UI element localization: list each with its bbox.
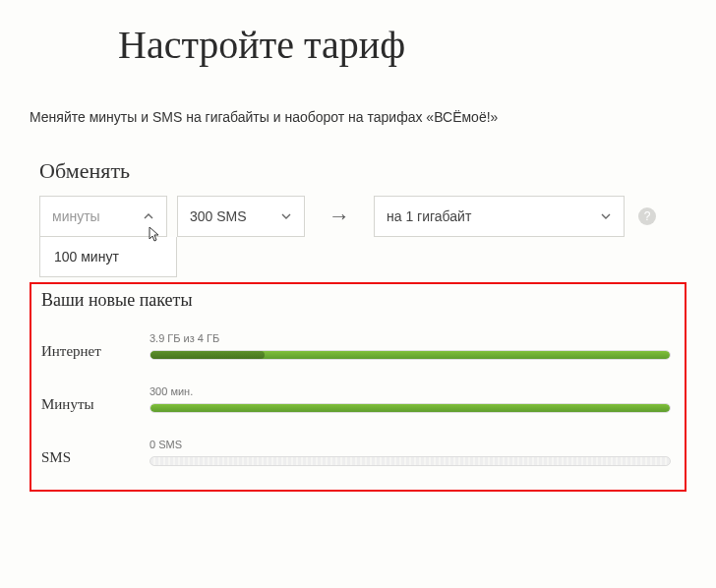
chevron-down-icon	[280, 210, 292, 222]
packages-panel: Ваши новые пакеты Интернет 3.9 ГБ из 4 Г…	[30, 282, 686, 492]
package-label: SMS	[41, 449, 149, 466]
package-caption: 300 мин.	[149, 385, 671, 397]
page-description: Меняйте минуты и SMS на гигабайты и наоб…	[30, 109, 686, 125]
package-caption: 0 SMS	[149, 439, 671, 450]
progress-bar-internet	[149, 350, 671, 360]
from-select-placeholder: минуты	[52, 208, 100, 224]
package-row-sms: SMS 0 SMS	[41, 439, 671, 466]
packages-title: Ваши новые пакеты	[41, 290, 671, 311]
exchange-section-title: Обменять	[39, 158, 686, 184]
chevron-up-icon	[143, 210, 154, 222]
sms-select-value: 300 SMS	[190, 208, 247, 224]
help-icon[interactable]: ?	[638, 207, 656, 225]
progress-fill-used	[150, 351, 265, 359]
package-row-internet: Интернет 3.9 ГБ из 4 ГБ	[41, 332, 671, 360]
sms-select[interactable]: 300 SMS	[177, 196, 305, 237]
from-select-dropdown: 100 минут	[39, 237, 177, 277]
package-caption: 3.9 ГБ из 4 ГБ	[149, 332, 671, 344]
from-select-option[interactable]: 100 минут	[54, 249, 162, 265]
progress-bar-sms	[149, 456, 671, 466]
arrow-right-icon: →	[315, 204, 364, 229]
page-title: Настройте тариф	[118, 22, 686, 68]
to-select[interactable]: на 1 гигабайт	[374, 196, 625, 237]
from-select[interactable]: минуты	[39, 196, 167, 237]
progress-fill	[150, 404, 670, 412]
chevron-down-icon	[600, 210, 612, 222]
exchange-row: минуты 300 SMS → на 1 гигабайт ? 100 мин…	[39, 196, 686, 237]
package-label: Минуты	[41, 396, 149, 413]
progress-bar-minutes	[149, 403, 671, 413]
to-select-value: на 1 гигабайт	[387, 208, 471, 224]
package-label: Интернет	[41, 343, 149, 360]
package-row-minutes: Минуты 300 мин.	[41, 385, 671, 413]
